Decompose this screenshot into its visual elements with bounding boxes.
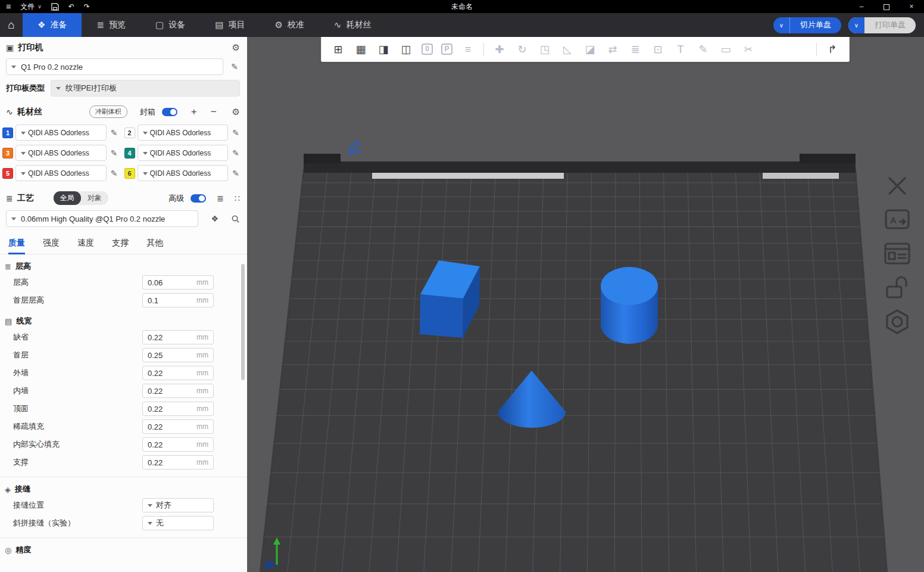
save-preset-icon[interactable]: ❖ — [211, 214, 218, 223]
filament-edit-icon[interactable]: ✎ — [230, 148, 241, 158]
filament-edit-icon[interactable]: ✎ — [230, 128, 241, 138]
filament-select[interactable]: QIDI ABS Odorless — [15, 145, 107, 161]
filament-edit-icon[interactable]: ✎ — [109, 169, 120, 178]
paint-tool-icon[interactable]: ✎ — [696, 44, 710, 55]
printer-preset-select[interactable]: Q1 Pro 0.2 nozzle — [6, 58, 223, 75]
lay-flat-icon[interactable]: ◺ — [560, 44, 575, 55]
plate-type-select[interactable]: 纹理PEI打印板 — [51, 80, 240, 97]
parameter-table-icon[interactable]: ≣ — [217, 194, 224, 203]
mirror-icon[interactable]: ⇄ — [605, 44, 620, 55]
filament-color-badge[interactable]: 3 — [2, 148, 13, 158]
process-tab-support[interactable]: 支撑 — [112, 238, 129, 254]
advanced-toggle[interactable] — [191, 194, 206, 203]
scope-objects-button[interactable]: 对象 — [81, 191, 108, 205]
filament-edit-icon[interactable]: ✎ — [230, 169, 241, 178]
split-object-icon[interactable]: ◪ — [583, 44, 597, 55]
search-settings-icon[interactable] — [231, 214, 240, 223]
filament-select[interactable]: QIDI ABS Odorless — [138, 125, 229, 141]
copy-count-icon[interactable]: 0 — [422, 43, 433, 55]
paste-icon[interactable]: P — [441, 43, 452, 55]
print-plate-button[interactable]: 打印单盘 — [864, 17, 916, 33]
align-objects-icon[interactable]: ≡ — [461, 44, 475, 55]
add-object-icon[interactable]: ⊞ — [331, 44, 345, 55]
tab-project[interactable]: ▤ 项目 — [200, 13, 260, 37]
lock-button[interactable] — [880, 273, 914, 302]
add-plate-icon[interactable]: ▦ — [354, 44, 368, 55]
viewport-3d[interactable]: ⊞ ▦ ◨ ◫ 0 P ≡ ✚ ↻ ◳ ◺ ◪ ⇄ ≣ ⊡ T ✎ ▭ ✂ — [247, 37, 924, 572]
sparse-infill-line-width-input[interactable]: 0.22mm — [142, 419, 214, 434]
tab-calibration[interactable]: ⚙ 校准 — [260, 13, 319, 37]
layer-height-input[interactable]: 0.06mm — [142, 275, 214, 290]
printer-settings-gear-icon[interactable]: ⚙ — [232, 42, 240, 53]
text-tool-icon[interactable]: T — [673, 44, 688, 55]
filament-color-badge[interactable]: 5 — [2, 168, 13, 179]
seam-position-select[interactable]: 对齐 — [142, 498, 214, 512]
outer-wall-line-width-input[interactable]: 0.22mm — [142, 366, 214, 380]
process-preset-select[interactable]: 0.06mm High Quality @Q1 Pro 0.2 nozzle — [6, 210, 198, 227]
variable-layer-height-icon[interactable]: ≣ — [628, 44, 642, 55]
save-icon[interactable] — [51, 3, 59, 11]
file-menu[interactable]: 文件 ∨ — [20, 2, 42, 12]
filament-color-badge[interactable]: 2 — [124, 128, 135, 138]
process-tab-strength[interactable]: 强度 — [43, 238, 60, 254]
filament-select[interactable]: QIDI ABS Odorless — [15, 165, 107, 181]
compare-presets-icon[interactable]: ∷ — [235, 194, 240, 203]
tab-preview[interactable]: ≣ 预览 — [82, 13, 141, 37]
slice-plate-button[interactable]: 切片单盘 — [790, 17, 841, 33]
filament-edit-icon[interactable]: ✎ — [109, 148, 120, 158]
process-tab-others[interactable]: 其他 — [146, 238, 163, 254]
build-plate[interactable] — [260, 170, 887, 572]
default-line-width-input[interactable]: 0.22mm — [142, 330, 214, 344]
top-surface-line-width-input[interactable]: 0.22mm — [142, 402, 214, 416]
minimize-button[interactable]: – — [849, 0, 874, 13]
process-tab-quality[interactable]: 质量 — [8, 238, 25, 254]
filament-color-badge[interactable]: 1 — [2, 128, 13, 138]
add-filament-button[interactable]: + — [191, 107, 197, 117]
filament-color-badge[interactable]: 4 — [124, 148, 135, 158]
plate-settings-button[interactable] — [880, 240, 914, 268]
printer-edit-icon[interactable]: ✎ — [229, 62, 240, 72]
internal-solid-infill-line-width-input[interactable]: 0.22mm — [142, 437, 214, 452]
cylinder-object[interactable] — [601, 267, 658, 344]
split-to-plates-icon[interactable]: ◫ — [399, 44, 413, 55]
filament-edit-icon[interactable]: ✎ — [109, 128, 120, 138]
filament-settings-gear-icon[interactable]: ⚙ — [232, 107, 240, 117]
undo-icon[interactable]: ↶ — [68, 2, 74, 11]
redo-icon[interactable]: ↷ — [84, 2, 90, 11]
scarf-seam-select[interactable]: 无 — [142, 516, 214, 530]
home-button[interactable]: ⌂ — [0, 13, 23, 37]
arrange-plate-icon[interactable]: ↱ — [825, 44, 839, 55]
rotate-icon[interactable]: ↻ — [515, 44, 529, 55]
delete-all-button[interactable] — [880, 172, 914, 200]
tab-filament[interactable]: ∿ 耗材丝 — [319, 13, 386, 37]
box-toggle[interactable] — [162, 108, 177, 116]
remove-filament-button[interactable]: − — [211, 107, 217, 117]
maximize-button[interactable] — [874, 0, 899, 13]
params-scrollbar[interactable] — [241, 264, 245, 380]
process-tab-speed[interactable]: 速度 — [77, 238, 94, 254]
close-button[interactable]: × — [899, 0, 924, 13]
print-dropdown-chevron-icon[interactable]: ∨ — [848, 17, 864, 33]
mesh-boolean-icon[interactable]: ⊡ — [651, 44, 665, 55]
auto-arrange-icon[interactable]: ◨ — [376, 44, 391, 55]
support-line-width-input[interactable]: 0.22mm — [142, 455, 214, 470]
filament-select[interactable]: QIDI ABS Odorless — [138, 165, 229, 181]
hamburger-menu-icon[interactable]: ≡ — [6, 2, 11, 11]
scope-global-button[interactable]: 全局 — [54, 191, 81, 205]
cut-tool-icon[interactable]: ✂ — [741, 44, 756, 55]
filament-select[interactable]: QIDI ABS Odorless — [138, 145, 229, 161]
auto-orient-button[interactable]: A — [880, 206, 914, 234]
filament-select[interactable]: QIDI ABS Odorless — [15, 125, 107, 141]
tab-device[interactable]: ▢ 设备 — [141, 13, 200, 37]
machine-settings-button[interactable] — [880, 307, 914, 336]
tab-prepare[interactable]: ❖ 准备 — [23, 13, 82, 37]
inner-wall-line-width-input[interactable]: 0.22mm — [142, 384, 214, 398]
first-layer-height-input[interactable]: 0.1mm — [142, 293, 214, 307]
scale-icon[interactable]: ◳ — [538, 44, 552, 55]
measure-tool-icon[interactable]: ▭ — [719, 44, 733, 55]
flush-volume-button[interactable]: 冲刷体积 — [89, 105, 127, 118]
first-layer-line-width-input[interactable]: 0.25mm — [142, 348, 214, 362]
move-icon[interactable]: ✚ — [492, 44, 507, 55]
plate-edit-icon[interactable] — [345, 139, 363, 157]
slice-dropdown-chevron-icon[interactable]: ∨ — [773, 17, 790, 33]
